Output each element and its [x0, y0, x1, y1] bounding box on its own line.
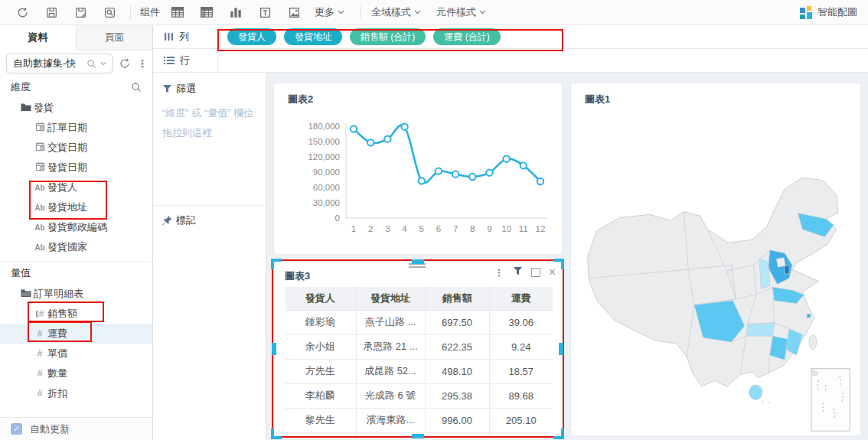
- province-shanxi[interactable]: [759, 259, 770, 288]
- save-as-icon[interactable]: [69, 3, 92, 21]
- preview-icon[interactable]: [98, 3, 121, 21]
- table-cell: 39.06: [489, 310, 553, 334]
- table-cell: [489, 432, 553, 436]
- folder-icon: [21, 103, 31, 114]
- x-tick-label: 12: [536, 224, 546, 233]
- dataset-select[interactable]: 自助數據集-快: [6, 54, 113, 73]
- component-style-dropdown[interactable]: 元件樣式: [436, 5, 486, 19]
- detail-table-icon[interactable]: [195, 3, 218, 21]
- dimension-item[interactable]: Ab發貨郵政編碼: [0, 217, 152, 237]
- dimension-item[interactable]: Ab發貨人: [0, 178, 152, 197]
- search-fields-icon[interactable]: [131, 82, 142, 93]
- province-jiangxi[interactable]: [770, 336, 788, 360]
- bar-chart-icon[interactable]: [224, 3, 247, 21]
- measure-item[interactable]: #運費: [0, 324, 152, 344]
- shelf-pill-dimension[interactable]: 發貨地址: [284, 28, 342, 45]
- drag-handle[interactable]: [409, 263, 426, 269]
- smart-layout-button[interactable]: 智能配圖: [800, 5, 857, 19]
- table-row[interactable]: [285, 432, 553, 436]
- kebab-menu-icon[interactable]: ⋮: [137, 57, 148, 70]
- table-row[interactable]: 鍾彩瑜燕子山路 ...697.5039.06: [285, 310, 553, 334]
- dimension-item[interactable]: Ab發貨地址: [0, 197, 152, 217]
- data-point[interactable]: [351, 125, 357, 132]
- data-point[interactable]: [367, 139, 374, 145]
- save-icon[interactable]: [40, 3, 63, 21]
- table-row[interactable]: 李柏麟光成路 6 號295.3889.68: [285, 383, 553, 408]
- text-component-icon[interactable]: [253, 3, 276, 21]
- widget-filter-icon[interactable]: [513, 266, 523, 279]
- table-col-header[interactable]: 銷售額: [425, 287, 489, 310]
- table-row[interactable]: 方先生成昆路 52...498.1018.57: [285, 359, 553, 383]
- search-icon[interactable]: [86, 59, 96, 69]
- data-point[interactable]: [384, 135, 390, 142]
- widget-close-icon[interactable]: ×: [549, 268, 556, 277]
- widget-kebab-icon[interactable]: ⋮: [494, 267, 504, 279]
- filter-label: 篩選: [176, 82, 196, 96]
- dataset-row: 自助數據集-快 ⋮: [0, 51, 152, 77]
- table-col-header[interactable]: 發貨人: [285, 287, 356, 310]
- measure-item-label: 銷售額: [47, 307, 77, 321]
- mark-section[interactable]: 標記: [153, 205, 266, 233]
- data-point[interactable]: [452, 171, 458, 177]
- more-dropdown[interactable]: 更多: [315, 5, 344, 19]
- dimension-item[interactable]: 訂單日期: [0, 118, 152, 138]
- province-shanghai[interactable]: [807, 314, 811, 318]
- x-tick-label: 4: [402, 224, 407, 233]
- province-beijing: [776, 258, 785, 268]
- chart2-title: 圖表2: [288, 93, 313, 106]
- auto-update-checkbox[interactable]: ✓: [11, 423, 22, 435]
- widget-chart2[interactable]: 圖表2 030,00060,00090,000120,000150,000180…: [273, 83, 563, 255]
- dimension-item-label: 交貨日期: [47, 141, 87, 155]
- shelf-pill-dimension[interactable]: 發貨人: [227, 28, 276, 45]
- measure-item-label: 運費: [47, 327, 67, 341]
- measure-item[interactable]: #折扣: [0, 383, 152, 403]
- measures-title: 量值: [11, 266, 31, 280]
- refresh-dataset-icon[interactable]: [119, 57, 131, 70]
- data-point[interactable]: [486, 169, 492, 175]
- china-map[interactable]: [576, 154, 857, 434]
- province-hubei[interactable]: [746, 323, 775, 336]
- province-hainan[interactable]: [749, 385, 762, 399]
- shelf-pill-measure[interactable]: 銷售額 (合計): [350, 28, 426, 45]
- data-point[interactable]: [419, 178, 425, 184]
- data-point[interactable]: [469, 174, 475, 180]
- table-row[interactable]: 黎先生濱海東路...996.00205.10: [285, 408, 553, 432]
- filter-drop-hint[interactable]: “維度” 或 “量值” 欄位拖拉到這裡: [153, 99, 266, 148]
- filter-mark-panel: 篩選 “維度” 或 “量值” 欄位拖拉到這裡 標記: [153, 73, 266, 440]
- dimension-item[interactable]: 發貨日期: [0, 158, 152, 178]
- dimension-item[interactable]: 發貨: [0, 98, 152, 118]
- refresh-icon[interactable]: [11, 3, 34, 21]
- widget-table[interactable]: 圖表3 ⋮ × 發貨人發貨地址銷售額運費 鍾彩瑜燕子山路 ...697.5039…: [273, 261, 563, 436]
- table-col-header[interactable]: 運費: [489, 287, 553, 310]
- dashboard-canvas[interactable]: 圖表2 030,00060,00090,000120,000150,000180…: [266, 73, 868, 440]
- shelf-pill-measure[interactable]: 運費 (合計): [433, 28, 500, 45]
- data-point[interactable]: [503, 155, 509, 161]
- tab-data[interactable]: 資料: [0, 25, 76, 51]
- filter-icon: [162, 84, 172, 94]
- number-agg-icon: #: [36, 308, 44, 319]
- global-style-dropdown[interactable]: 全域樣式: [371, 5, 421, 19]
- tab-page[interactable]: 頁面: [76, 25, 152, 50]
- date-icon: [35, 122, 45, 134]
- measure-item[interactable]: #數量: [0, 363, 152, 383]
- widget-maximize-icon[interactable]: [531, 268, 540, 277]
- dimension-item[interactable]: Ab發貨國家: [0, 237, 152, 257]
- image-component-icon[interactable]: [282, 3, 305, 21]
- data-table[interactable]: 發貨人發貨地址銷售額運費 鍾彩瑜燕子山路 ...697.5039.06余小姐承恩…: [285, 287, 553, 436]
- measure-item[interactable]: 訂單明細表: [0, 284, 152, 304]
- measure-item[interactable]: #單價: [0, 344, 152, 363]
- measure-item[interactable]: #銷售額: [0, 304, 152, 324]
- table-col-header[interactable]: 發貨地址: [356, 287, 425, 310]
- table-cell: 燕子山路 ...: [356, 310, 425, 334]
- chevron-down-icon[interactable]: [100, 61, 107, 66]
- data-point[interactable]: [436, 168, 442, 174]
- data-point[interactable]: [401, 123, 407, 129]
- line-chart[interactable]: 030,00060,00090,000120,000150,000180,000…: [279, 112, 557, 250]
- data-point[interactable]: [537, 178, 543, 184]
- table-component-icon[interactable]: [166, 3, 189, 21]
- dimension-item[interactable]: 交貨日期: [0, 138, 152, 158]
- table-row[interactable]: 余小姐承恩路 21 ...622.359.24: [285, 334, 553, 359]
- data-point[interactable]: [520, 162, 527, 168]
- widget-map[interactable]: 圖表1: [570, 83, 861, 436]
- province-tianjin[interactable]: [785, 265, 789, 274]
